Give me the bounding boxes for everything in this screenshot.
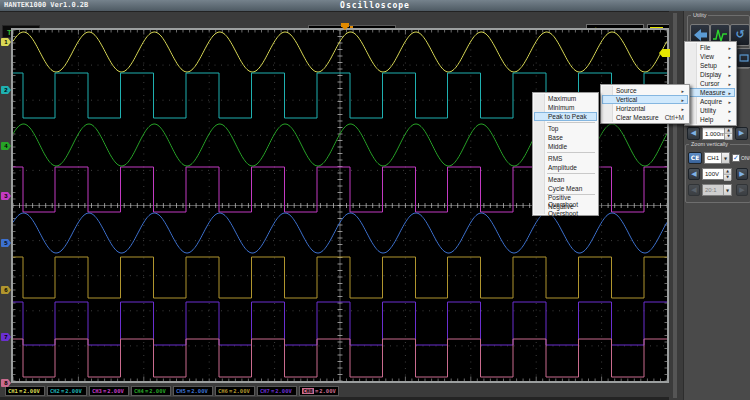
- volt-select[interactable]: 100V ▲▼: [702, 168, 732, 180]
- menu-item-measure[interactable]: Measure▸: [686, 88, 735, 97]
- ratio-value: 20:1: [703, 187, 723, 193]
- menu-item-top[interactable]: Top: [534, 124, 597, 133]
- coupling-icon: =: [229, 388, 232, 394]
- timebase-select[interactable]: 1.000ms ▲▼: [702, 127, 733, 140]
- menu-item-label: View: [700, 53, 714, 60]
- channel-label: CH8: [302, 388, 314, 394]
- channel-label: CH4: [134, 388, 144, 394]
- ratio-prev-button[interactable]: ◀: [688, 184, 700, 196]
- ce-button[interactable]: CE: [688, 152, 702, 164]
- menu-item-help[interactable]: Help▸: [686, 115, 735, 124]
- submenu-arrow-icon: ▸: [681, 106, 684, 112]
- channel-marker-ch1[interactable]: 1: [1, 38, 11, 46]
- menu-item-clear-measure[interactable]: Clear MeasureCtrl+M: [602, 113, 688, 122]
- channel-marker-ch2[interactable]: 2: [1, 86, 11, 94]
- channel-status-ch5[interactable]: CH5=2.00V: [173, 386, 213, 396]
- menu-item-middle[interactable]: Middle: [534, 142, 597, 151]
- coupling-icon: =: [103, 388, 106, 394]
- menu-item-label: Middle: [548, 143, 567, 150]
- menu-item-acquire[interactable]: Acquire▸: [686, 97, 735, 106]
- menu-item-utility[interactable]: Utility▸: [686, 106, 735, 115]
- menu-item-label: Display: [700, 71, 721, 78]
- menu-item-label: Utility: [700, 107, 716, 114]
- ratio-select[interactable]: 20:1 ▼: [702, 184, 732, 196]
- channel-marker-ch5[interactable]: 5: [1, 239, 11, 247]
- menu-item-label: Top: [548, 125, 558, 132]
- submenu-arrow-icon: ▸: [728, 72, 731, 78]
- timebase-value: 1.000ms: [703, 131, 724, 137]
- menu-item-source[interactable]: Source▸: [602, 86, 688, 95]
- volt-next-button[interactable]: ▶: [736, 168, 748, 180]
- channel-scale-value: 2.00V: [233, 388, 250, 394]
- submenu-arrow-icon: ▸: [728, 81, 731, 87]
- channel-marker-ch3[interactable]: 3: [1, 192, 11, 200]
- menu-item-horizontal[interactable]: Horizontal▸: [602, 104, 688, 113]
- channel-marker-ch7[interactable]: 7: [1, 333, 11, 341]
- menu-item-label: Help: [700, 116, 713, 123]
- chevron-down-icon[interactable]: ▼: [721, 153, 729, 163]
- menu-item-label: Cursor: [700, 80, 720, 87]
- channel-status-ch4[interactable]: CH4=2.00V: [131, 386, 171, 396]
- menu-item-label: Vertical: [616, 96, 637, 103]
- menu-item-maximum[interactable]: Maximum: [534, 94, 597, 103]
- channel-status-ch7[interactable]: CH7=2.00V: [257, 386, 297, 396]
- menu-item-vertical[interactable]: Vertical▸: [602, 95, 688, 104]
- onoff-checkbox[interactable]: ✓: [732, 154, 740, 162]
- volt-spinner[interactable]: ▲▼: [723, 169, 731, 179]
- menu-item-label: Mean: [548, 176, 564, 183]
- menu-item-label: Horizontal: [616, 105, 645, 112]
- menu-item-label: Clear Measure: [616, 114, 659, 121]
- menu-item-cursor[interactable]: Cursor▸: [686, 79, 735, 88]
- menu-item-negative-overshoot[interactable]: Negative Overshoot: [534, 205, 597, 214]
- menu-shortcut: Ctrl+M: [665, 114, 684, 121]
- submenu-arrow-icon: ▸: [681, 88, 684, 94]
- channel-status-ch1[interactable]: CH1=2.00V: [5, 386, 45, 396]
- channel-status-ch8[interactable]: CH8=2.00V: [299, 386, 339, 396]
- channel-marker-ch4[interactable]: 4: [1, 142, 11, 150]
- menu-item-file[interactable]: File▸: [686, 43, 735, 52]
- menu-item-amplitude[interactable]: Amplitude: [534, 163, 597, 172]
- menu-item-label: Peak to Peak: [548, 113, 587, 120]
- tool-icon: [739, 53, 749, 63]
- timebase-spinner[interactable]: ▲▼: [724, 128, 732, 139]
- volt-prev-button[interactable]: ◀: [688, 168, 700, 180]
- menu-item-view[interactable]: View▸: [686, 52, 735, 61]
- menu-item-rms[interactable]: RMS: [534, 154, 597, 163]
- channel-status-ch2[interactable]: CH2=2.00V: [47, 386, 87, 396]
- zoom-channel-select[interactable]: CH1 ▼: [704, 152, 730, 164]
- menu-separator: [547, 122, 595, 123]
- channel-status-ch6[interactable]: CH6=2.00V: [215, 386, 255, 396]
- menu-item-mean[interactable]: Mean: [534, 175, 597, 184]
- coupling-icon: =: [315, 388, 318, 394]
- vertical-measure-submenu: MaximumMinimumPeak to PeakTopBaseMiddleR…: [532, 92, 599, 216]
- window-title: Oscilloscope: [0, 1, 750, 10]
- channel-marker-ch6[interactable]: 6: [1, 286, 11, 294]
- channel-status-bar: CH1=2.00VCH2=2.00VCH3=2.00VCH4=2.00VCH5=…: [0, 385, 670, 397]
- channel-scale-value: 2.00V: [23, 388, 40, 394]
- gutter-divider: [673, 13, 677, 398]
- menu-item-label: Measure: [700, 89, 725, 96]
- zoom-vertically-group: Zoom vertically CE CH1 ▼ ✓ ON/OFF ◀ 100V…: [685, 144, 750, 203]
- channel-status-ch3[interactable]: CH3=2.00V: [89, 386, 129, 396]
- menu-item-minimum[interactable]: Minimum: [534, 103, 597, 112]
- partially-hidden-button[interactable]: [736, 48, 750, 68]
- submenu-arrow-icon: ▸: [728, 90, 731, 96]
- timebase-next-button[interactable]: ▶: [735, 127, 748, 140]
- menu-item-display[interactable]: Display▸: [686, 70, 735, 79]
- ratio-next-button[interactable]: ▶: [736, 184, 748, 196]
- chevron-down-icon[interactable]: ▼: [723, 185, 731, 195]
- trigger-position-marker[interactable]: [341, 23, 349, 27]
- menu-item-peak-to-peak[interactable]: Peak to Peak: [534, 112, 597, 121]
- menu-item-label: Setup: [700, 62, 717, 69]
- coupling-icon: =: [61, 388, 64, 394]
- channel-scale-value: 2.00V: [65, 388, 82, 394]
- menu-item-label: RMS: [548, 155, 562, 162]
- menu-item-label: File: [700, 44, 710, 51]
- menu-item-label: Source: [616, 87, 637, 94]
- menu-item-setup[interactable]: Setup▸: [686, 61, 735, 70]
- zoom-vertically-label: Zoom vertically: [689, 141, 730, 148]
- menu-item-cycle-mean[interactable]: Cycle Mean: [534, 184, 597, 193]
- menu-item-base[interactable]: Base: [534, 133, 597, 142]
- timebase-prev-button[interactable]: ◀: [687, 127, 700, 140]
- submenu-arrow-icon: ▸: [681, 97, 684, 103]
